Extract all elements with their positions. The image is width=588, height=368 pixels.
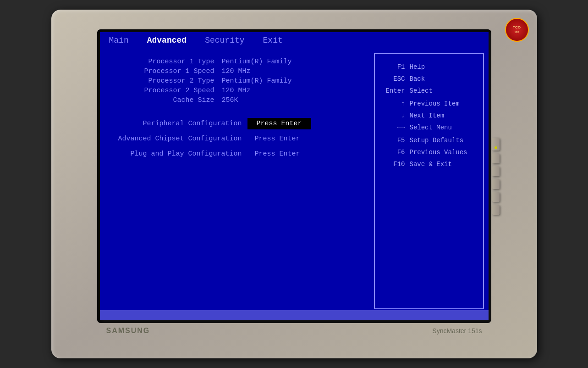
button-3[interactable]: [492, 179, 500, 189]
menu-bar: Main Advanced Security Exit: [100, 32, 489, 49]
button-1[interactable]: [492, 153, 500, 163]
help-esc-desc: Back: [410, 75, 425, 83]
cache-size-row: Cache Size 256K: [114, 96, 360, 104]
button-5[interactable]: [492, 205, 500, 215]
help-f10-desc: Save & Exit: [410, 161, 452, 168]
peripheral-config-value: Press Enter: [247, 118, 311, 129]
pnp-config-label: Plug and Play Configuration: [114, 150, 242, 158]
proc1-type-row: Processor 1 Type Pentium(R) Family: [114, 58, 360, 66]
help-up: ↑ Previous Item: [382, 100, 476, 107]
screen: Main Advanced Security Exit Processor 1 …: [100, 32, 489, 320]
pnp-config-row[interactable]: Plug and Play Configuration Press Enter: [114, 148, 360, 160]
proc1-speed-row: Processor 1 Speed 120 MHz: [114, 67, 360, 75]
help-lr: ←→ Select Menu: [382, 124, 476, 131]
proc1-speed-label: Processor 1 Speed: [114, 67, 214, 75]
help-up-key: ↑: [382, 100, 405, 107]
help-f5-key: F5: [382, 137, 405, 144]
help-lr-key: ←→: [382, 124, 405, 131]
help-f6-desc: Previous Values: [410, 149, 467, 156]
monitor-bottom: SAMSUNG SyncMaster 151s: [97, 323, 491, 339]
peripheral-config-row[interactable]: Peripheral Configuration Press Enter: [114, 118, 360, 129]
menu-security[interactable]: Security: [205, 36, 244, 45]
side-buttons: [492, 138, 500, 215]
proc1-speed-value: 120 MHz: [222, 67, 251, 75]
power-button[interactable]: [492, 138, 500, 151]
help-down-desc: Next Item: [410, 112, 445, 119]
model-label: SyncMaster 151s: [432, 327, 482, 335]
proc2-type-row: Processor 2 Type Pentium(R) Family: [114, 77, 360, 85]
power-light: [495, 146, 497, 149]
cache-size-value: 256K: [222, 96, 238, 104]
help-f10: F10 Save & Exit: [382, 161, 476, 168]
tco-badge: TCO99: [505, 18, 529, 42]
proc2-speed-label: Processor 2 Speed: [114, 87, 214, 95]
help-panel: F1 Help ESC Back Enter Select ↑ Pre: [374, 53, 484, 309]
chipset-config-value: Press Enter: [247, 133, 308, 145]
help-f1-key: F1: [382, 63, 405, 71]
chipset-config-row[interactable]: Advanced Chipset Configuration Press Ent…: [114, 133, 360, 145]
processor-info-table: Processor 1 Type Pentium(R) Family Proce…: [114, 58, 360, 104]
proc2-type-label: Processor 2 Type: [114, 77, 214, 85]
proc2-speed-value: 120 MHz: [222, 87, 251, 95]
help-f6: F6 Previous Values: [382, 149, 476, 156]
proc2-speed-row: Processor 2 Speed 120 MHz: [114, 87, 360, 95]
proc1-type-label: Processor 1 Type: [114, 58, 214, 66]
help-f5-desc: Setup Defaults: [410, 137, 464, 144]
help-down-key: ↓: [382, 112, 405, 119]
brand-label: SAMSUNG: [106, 327, 150, 335]
help-enter-key: Enter: [382, 87, 405, 95]
bottom-bar: [100, 310, 489, 320]
help-f6-key: F6: [382, 149, 405, 156]
help-enter-desc: Select: [410, 87, 433, 95]
button-2[interactable]: [492, 166, 500, 176]
help-f1-desc: Help: [410, 63, 425, 71]
help-up-desc: Previous Item: [410, 100, 460, 107]
help-f10-key: F10: [382, 161, 405, 168]
help-lr-desc: Select Menu: [410, 124, 452, 131]
help-esc-key: ESC: [382, 75, 405, 83]
pnp-config-value: Press Enter: [247, 148, 308, 160]
help-esc: ESC Back: [382, 75, 476, 83]
menu-advanced[interactable]: Advanced: [147, 36, 187, 45]
screen-bezel: Main Advanced Security Exit Processor 1 …: [97, 29, 491, 323]
content-area: Processor 1 Type Pentium(R) Family Proce…: [100, 49, 489, 314]
help-down: ↓ Next Item: [382, 112, 476, 119]
menu-exit[interactable]: Exit: [263, 36, 283, 45]
proc1-type-value: Pentium(R) Family: [222, 58, 292, 66]
chipset-config-label: Advanced Chipset Configuration: [114, 135, 242, 143]
help-f1: F1 Help: [382, 63, 476, 71]
help-f5: F5 Setup Defaults: [382, 137, 476, 144]
config-section: Peripheral Configuration Press Enter Adv…: [114, 118, 360, 160]
button-4[interactable]: [492, 192, 500, 202]
proc2-type-value: Pentium(R) Family: [222, 77, 292, 85]
menu-main[interactable]: Main: [109, 36, 129, 45]
main-panel: Processor 1 Type Pentium(R) Family Proce…: [100, 49, 374, 314]
monitor: TCO99 Main Advanced Security Exit Proces…: [51, 10, 537, 358]
help-enter: Enter Select: [382, 87, 476, 95]
cache-size-label: Cache Size: [114, 96, 214, 104]
peripheral-config-label: Peripheral Configuration: [114, 120, 242, 128]
